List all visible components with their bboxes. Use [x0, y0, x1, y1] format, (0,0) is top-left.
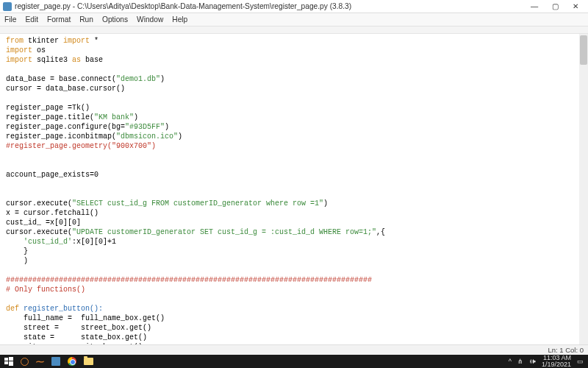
svg-rect-3 [9, 361, 13, 366]
code-token: ) [165, 123, 169, 131]
code-line: cursor = data_base.cursor() [6, 85, 125, 93]
editor-area: from tkinter import * import os import s… [0, 34, 588, 350]
svg-rect-0 [4, 358, 8, 361]
taskview-icon[interactable] [51, 357, 60, 366]
code-token: os [32, 46, 46, 54]
code-line: full_name = full_name_box.get() [6, 314, 165, 322]
code-token: def [6, 305, 19, 313]
code-token: ,{ [376, 228, 385, 236]
code-token: cursor.execute( [6, 199, 72, 208]
code-token: ) [160, 75, 165, 83]
svg-rect-1 [9, 357, 13, 361]
code-token: register_page.title( [6, 113, 94, 121]
code-editor[interactable]: from tkinter import * import os import s… [0, 34, 588, 350]
window-title: register_page.py - C:\Users\Aditya\Deskt… [15, 2, 529, 10]
code-token: import [6, 46, 32, 54]
menubar: File Edit Format Run Options Window Help [0, 13, 588, 26]
code-token: register_button(): [19, 305, 103, 313]
code-line: } [6, 247, 28, 255]
cursor-position: Ln: 1 Col: 0 [548, 346, 584, 354]
code-token: base [81, 56, 103, 64]
file-explorer-icon[interactable] [84, 358, 93, 365]
code-token: import [6, 56, 32, 64]
menu-file[interactable]: File [4, 15, 16, 24]
close-button[interactable]: ✕ [570, 2, 581, 10]
code-token: "KM bank" [94, 113, 134, 121]
cortana-icon[interactable] [21, 358, 29, 366]
code-token [6, 238, 24, 246]
menu-run[interactable]: Run [79, 15, 93, 24]
code-line: street = street_box.get() [6, 324, 151, 332]
code-token: "demo1.db" [116, 75, 160, 83]
menu-edit[interactable]: Edit [25, 15, 38, 24]
code-token: register_page.configure(bg= [6, 123, 125, 131]
window-controls: — ▢ ✕ [529, 2, 585, 10]
system-clock[interactable]: 11:03 AM 1/19/2021 [542, 355, 571, 368]
code-token: cursor.execute( [6, 228, 72, 236]
vertical-scrollbar[interactable] [579, 34, 588, 350]
tray-chevron-icon[interactable]: ^ [509, 358, 512, 365]
code-line: register_page =Tk() [6, 104, 90, 112]
app-icon[interactable]: ⁓ [36, 358, 44, 366]
ruler-strip [0, 26, 588, 34]
windows-taskbar: ⁓ ^ ⋔ 🕪 11:03 AM 1/19/2021 ▭ [0, 355, 588, 368]
sound-icon[interactable]: 🕪 [529, 358, 536, 365]
code-line: ) [6, 257, 28, 265]
code-token: ) [134, 113, 138, 121]
python-file-icon [3, 2, 12, 11]
menu-help[interactable]: Help [172, 15, 187, 24]
code-line: account_page_exists=0 [6, 171, 98, 179]
code-token: sqlite3 [32, 56, 72, 64]
window-titlebar: register_page.py - C:\Users\Aditya\Deskt… [0, 0, 588, 13]
code-token: "dbmsicon.ico" [116, 132, 178, 141]
code-token: register_page.iconbitmap( [6, 132, 116, 141]
maximize-button[interactable]: ▢ [550, 2, 560, 10]
start-button[interactable] [4, 357, 13, 366]
menu-options[interactable]: Options [102, 15, 128, 24]
code-line: #register_page.geometry("900x700") [6, 142, 156, 150]
taskbar-left: ⁓ [0, 357, 93, 366]
status-bar: Ln: 1 Col: 0 [0, 344, 588, 355]
code-line: state = state_box.get() [6, 333, 147, 342]
code-token: "UPDATE customerID_generator SET cust_id… [72, 228, 376, 236]
svg-rect-2 [4, 361, 8, 364]
wifi-icon[interactable]: ⋔ [517, 358, 523, 365]
code-token: * [90, 37, 98, 45]
code-line: ########################################… [6, 276, 372, 284]
code-token: tkinter [24, 37, 63, 45]
code-token: import [63, 37, 90, 45]
menu-format[interactable]: Format [47, 15, 71, 24]
code-token: 'cust_id_d' [24, 238, 72, 246]
scrollbar-thumb[interactable] [580, 35, 587, 65]
notifications-icon[interactable]: ▭ [577, 358, 584, 365]
minimize-button[interactable]: — [529, 2, 539, 10]
code-token: "#93D5FF" [125, 123, 165, 131]
code-line: # Only functions() [6, 286, 85, 294]
code-token: from [6, 37, 24, 45]
code-line: cust_id_ =x[0][0] [6, 219, 81, 227]
code-token: "SELECT cust_id_g FROM customerID_genera… [72, 199, 323, 208]
clock-date: 1/19/2021 [542, 361, 571, 368]
code-token: data_base = base.connect( [6, 75, 116, 83]
code-line: x = cursor.fetchall() [6, 209, 98, 217]
code-token: ) [178, 132, 182, 141]
chrome-icon[interactable] [68, 357, 76, 366]
code-token: ) [323, 199, 328, 208]
code-token: as [72, 56, 81, 64]
system-tray: ^ ⋔ 🕪 11:03 AM 1/19/2021 ▭ [509, 355, 588, 368]
code-token: :x[0][0]+1 [72, 238, 116, 246]
menu-window[interactable]: Window [137, 15, 163, 24]
